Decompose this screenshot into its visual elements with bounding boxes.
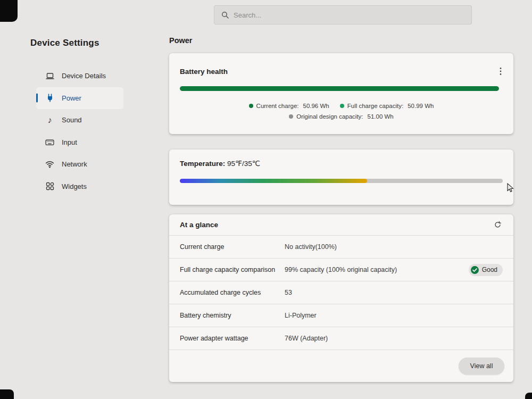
selection-accent-bar [36,94,38,103]
sidebar-item-label: Sound [62,116,82,124]
row-value: No activity(100%) [285,243,337,251]
sidebar-item-network[interactable]: Network [36,153,123,176]
temperature-gauge [180,179,503,183]
table-row: Power adapter wattage 76W (Adapter) [169,327,513,350]
row-value: 53 [285,289,292,296]
table-row: Accumulated charge cycles 53 [169,281,513,304]
screen-corner-artifact [525,393,532,399]
battery-legend-row: Current charge: 50.96 Wh Full charge cap… [180,102,503,110]
power-plug-icon [45,94,54,103]
search-icon [221,11,229,19]
row-label: Battery chemistry [180,312,285,319]
at-a-glance-title: At a glance [180,221,218,229]
sidebar-item-input[interactable]: Input [36,131,123,154]
table-row: Battery chemistry Li-Polymer [169,304,513,327]
sidebar-item-label: Input [62,138,77,146]
sidebar-title: Device Settings [30,38,99,48]
row-label: Full charge capacity comparison [180,266,285,273]
sidebar-item-widgets[interactable]: Widgets [36,176,123,198]
refresh-button[interactable] [493,221,503,229]
check-circle-icon [470,265,479,275]
wifi-icon [45,160,54,169]
sidebar-nav: Device Details Power ♪ Sound Input Netwo… [36,65,123,197]
view-all-button[interactable]: View all [459,358,504,375]
battery-charge-bar-fill [180,86,499,91]
screen-corner-artifact [0,0,18,22]
kebab-menu-icon [500,67,502,76]
temperature-label: Temperature: [180,160,225,168]
legend-original-design-capacity: Original design capacity: 51.00 Wh [289,113,394,120]
row-value: Li-Polymer [285,312,317,319]
search-bar[interactable] [214,5,472,24]
row-value: 76W (Adapter) [285,335,328,342]
temperature-card: Temperature: 95℉/35℃ [169,149,513,205]
original-design-capacity-dot-icon [289,114,293,119]
sidebar-item-label: Network [62,160,87,168]
keyboard-icon [45,138,54,147]
battery-health-card: Battery health Current charge: 50.96 Wh … [169,53,513,134]
screen-corner-artifact [0,389,14,399]
widgets-icon [45,182,54,191]
row-label: Power adapter wattage [180,335,285,342]
legend-current-charge: Current charge: 50.96 Wh [249,103,329,109]
search-input[interactable] [234,11,465,19]
sidebar-item-label: Power [62,94,81,102]
music-note-icon: ♪ [45,115,54,124]
temperature-value: 95℉/35℃ [227,160,260,168]
sidebar-item-label: Widgets [62,182,87,190]
full-charge-capacity-dot-icon [340,104,344,108]
temperature-gauge-fill [180,179,367,183]
battery-health-title: Battery health [180,68,228,76]
row-label: Current charge [180,243,285,251]
page-title: Power [169,36,193,45]
laptop-icon [45,71,54,80]
row-value: 99% capacity (100% original capacity) [285,266,397,273]
at-a-glance-card: At a glance Current charge No activity(1… [169,214,513,382]
sidebar-item-sound[interactable]: ♪ Sound [36,109,123,131]
sidebar-item-label: Device Details [62,72,106,80]
row-label: Accumulated charge cycles [180,289,285,296]
current-charge-dot-icon [249,104,253,108]
sidebar-item-device-details[interactable]: Device Details [36,65,123,87]
sidebar-item-power[interactable]: Power [36,87,123,110]
battery-charge-bar [180,86,499,91]
card-menu-button[interactable] [498,67,503,76]
table-row: Full charge capacity comparison 99% capa… [169,259,513,281]
table-row: Current charge No activity(100%) [169,236,513,259]
battery-legend-row: Original design capacity: 51.00 Wh [180,112,503,121]
status-badge-label: Good [482,266,497,273]
refresh-icon [494,221,502,229]
status-badge: Good [469,264,503,276]
legend-full-charge-capacity: Full charge capacity: 50.99 Wh [340,103,434,109]
